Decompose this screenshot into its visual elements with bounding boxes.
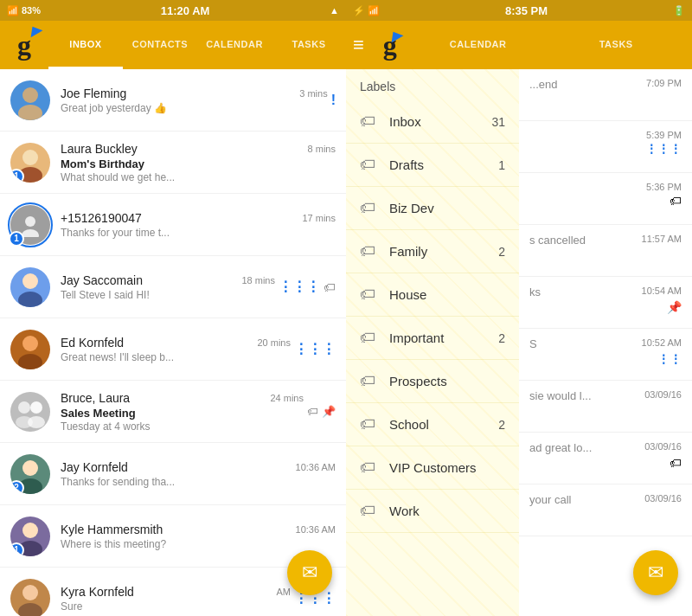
label-count: 2 [498,418,505,432]
message-content: Bruce, Laura 24 mins Sales Meeting Tuesd… [61,391,304,433]
message-sender: Joe Fleming [61,87,126,100]
email-sender: ad great lo... [529,441,592,454]
label-name: Biz Dev [389,201,505,215]
email-item[interactable]: ks 10:54 AM 📌 [519,277,692,329]
list-item[interactable]: 1 +15126190047 17 mins Thanks for your t… [0,194,346,256]
left-logo[interactable]: g [0,21,48,69]
message-header: Joe Fleming 3 mins [61,87,328,100]
email-header: sie would l... 03/09/16 [529,389,682,402]
hamburger-icon[interactable]: ≡ [353,34,364,56]
svg-point-25 [22,585,38,600]
tab-calendar-right[interactable]: CALENDAR [409,21,548,69]
right-logo[interactable]: g [371,26,409,64]
message-content: Jay Kornfeld 10:36 AM Thanks for sending… [61,460,336,488]
message-preview: Great news! I'll sleep b... [61,351,291,363]
triple-dots-right-icon: ⋮⋮⋮ [645,142,682,156]
label-item-prospects[interactable]: 🏷 Prospects [346,360,519,403]
list-item[interactable]: 2 Jay Kornfeld 10:36 AM Thanks for sendi… [0,443,346,505]
message-preview: Thanks for sending tha... [61,476,336,488]
email-item[interactable]: S 10:52 AM ⋮⋮ [519,329,692,381]
email-item[interactable]: sie would l... 03/09/16 [519,381,692,433]
tag-icon: 🏷 [324,280,336,294]
bluetooth-icon: ⚡ [353,5,365,16]
label-item-family[interactable]: 🏷 Family 2 [346,230,519,273]
message-time: 10:36 AM [296,524,336,535]
svg-point-6 [25,216,35,227]
email-content: sie would l... 03/09/16 [529,389,682,402]
email-time: 11:57 AM [642,234,682,244]
email-item[interactable]: s cancelled 11:57 AM [519,225,692,277]
message-header: Laura Buckley 8 mins [61,142,336,156]
message-time: 18 mins [241,275,275,286]
svg-point-17 [28,416,45,428]
right-time: 8:35 PM [505,4,548,17]
email-content: your call 03/09/16 [529,493,682,506]
email-time: 03/09/16 [644,389,682,400]
avatar: 1 [10,143,50,183]
email-content: s cancelled 11:57 AM [529,234,682,247]
label-item-work[interactable]: 🏷 Work [346,490,519,533]
compose-icon-right: ✉ [648,561,663,584]
list-item[interactable]: 1 Laura Buckley 8 mins Mom's Birthday Wh… [0,132,346,194]
right-status-icons: ⚡ 📶 [353,5,380,16]
message-time: 10:36 AM [296,462,336,472]
label-tag-icon: 🏷 [360,502,375,520]
message-preview: Where is this meeting? [61,538,336,550]
label-item-inbox[interactable]: 🏷 Inbox 31 [346,100,519,144]
compose-fab-right[interactable]: ✉ [633,550,678,595]
label-name: Inbox [389,114,491,129]
avatar [10,392,50,432]
right-nav-tabs: CALENDAR TASKS [409,21,685,69]
label-tag-icon: 🏷 [360,415,375,433]
left-status-bar: 📶 83% 11:20 AM ▲ [0,0,346,21]
tag-right-icon2: 🏷 [670,456,682,470]
label-count: 2 [498,331,505,345]
right-nav-bar: ≡ g CALENDAR TASKS [346,21,692,69]
list-item[interactable]: Jay Saccomain 18 mins Tell Steve I said … [0,256,346,318]
avatar [10,330,50,369]
label-item-house[interactable]: 🏷 House [346,273,519,317]
label-item-vip[interactable]: 🏷 VIP Customers [346,446,519,490]
email-item[interactable]: 5:36 PM 🏷 [519,173,692,225]
label-item-bizdev[interactable]: 🏷 Biz Dev [346,187,519,230]
email-item[interactable]: ...end 7:09 PM [519,69,692,121]
tab-inbox[interactable]: INBOX [48,21,123,69]
email-item[interactable]: your call 03/09/16 [519,484,692,536]
label-name: School [389,417,498,432]
message-time: 20 mins [257,337,291,348]
message-time: 8 mins [308,144,336,154]
email-header: S 10:52 AM [529,337,682,350]
label-item-drafts[interactable]: 🏷 Drafts 1 [346,144,519,187]
tab-contacts[interactable]: CONTACTS [123,21,197,69]
svg-point-19 [22,460,38,476]
logo-arrow [27,23,43,38]
tab-tasks-right[interactable]: TASKS [547,21,685,69]
email-time: 03/09/16 [644,493,682,504]
label-name: House [389,287,505,302]
svg-point-12 [22,336,38,351]
email-item[interactable]: 5:39 PM ⋮⋮⋮ [519,121,692,173]
label-item-school[interactable]: 🏷 School 2 [346,403,519,446]
message-sender: Bruce, Laura [61,391,130,405]
label-item-important[interactable]: 🏷 Important 2 [346,317,519,360]
list-item[interactable]: Joe Fleming 3 mins Great job yesterday 👍… [0,69,346,132]
message-header: Kyle Hammersmith 10:36 AM [61,523,336,536]
message-icons: ⋮⋮⋮ [294,341,336,357]
label-count: 31 [491,115,505,129]
svg-point-1 [22,87,38,103]
list-item[interactable]: Bruce, Laura 24 mins Sales Meeting Tuesd… [0,381,346,443]
message-content: +15126190047 17 mins Thanks for your tim… [61,211,336,239]
message-header: Jay Kornfeld 10:36 AM [61,460,336,474]
compose-fab-left[interactable]: ✉ [287,550,332,595]
email-list-right: ...end 7:09 PM 5:39 PM ⋮⋮⋮ [519,69,692,616]
label-name: Family [389,244,498,259]
email-item[interactable]: ad great lo... 03/09/16 🏷 [519,433,692,484]
avatar-badge: 2 [10,480,24,494]
tab-calendar[interactable]: CALENDAR [197,21,272,69]
email-time: 10:54 AM [642,286,682,296]
tab-tasks[interactable]: TASKS [272,21,346,69]
list-item[interactable]: Ed Kornfeld 20 mins Great news! I'll sle… [0,318,346,381]
right-panel: ⚡ 📶 8:35 PM 🔋 ≡ g CALENDAR TASKS Labels … [346,0,692,616]
avatar-badge: 1 [10,169,24,183]
message-content: Kyle Hammersmith 10:36 AM Where is this … [61,523,336,550]
